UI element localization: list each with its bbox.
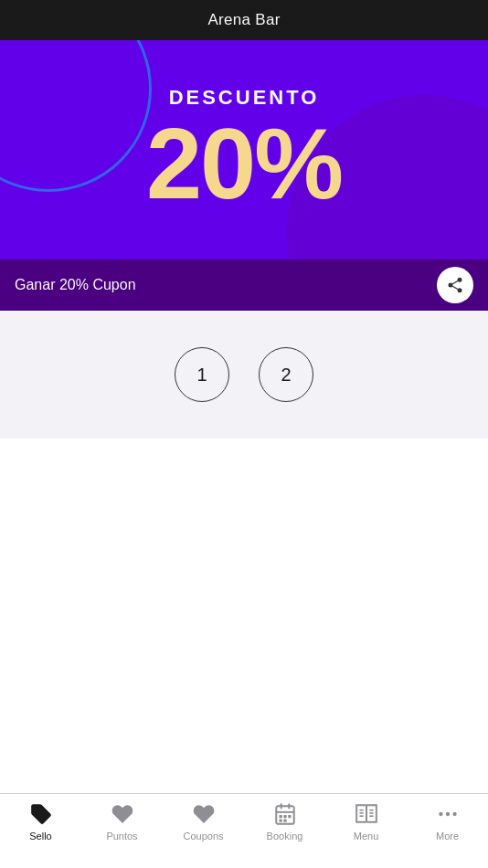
promo-banner: DESCUENTO 20% xyxy=(0,40,488,259)
tab-sello[interactable]: Sello xyxy=(14,801,69,842)
svg-point-1 xyxy=(449,283,453,288)
page-2-button[interactable]: 2 xyxy=(259,347,313,402)
tab-more[interactable]: More xyxy=(420,801,475,842)
svg-point-23 xyxy=(452,812,456,816)
pagination-area: 1 2 xyxy=(0,311,488,439)
coupon-bar: Ganar 20% Cupon xyxy=(0,259,488,311)
tab-sello-label: Sello xyxy=(29,831,51,842)
svg-point-21 xyxy=(439,812,442,816)
tab-bar: Sello Puntos Coupons xyxy=(0,793,488,868)
svg-line-3 xyxy=(452,286,458,289)
page-1-button[interactable]: 1 xyxy=(175,347,229,402)
sello-icon xyxy=(28,801,54,827)
svg-point-0 xyxy=(458,278,462,282)
tab-menu[interactable]: Menu xyxy=(339,801,394,842)
banner-percent-label: 20% xyxy=(146,113,342,214)
coupons-icon xyxy=(191,801,217,827)
svg-rect-10 xyxy=(279,815,281,818)
tab-booking-label: Booking xyxy=(267,831,303,842)
svg-rect-14 xyxy=(283,819,286,821)
svg-rect-13 xyxy=(279,819,281,821)
share-button[interactable] xyxy=(437,267,473,303)
booking-icon xyxy=(272,801,298,827)
svg-point-5 xyxy=(34,807,37,810)
svg-rect-11 xyxy=(283,815,286,818)
tab-booking[interactable]: Booking xyxy=(258,801,313,842)
tab-more-label: More xyxy=(436,831,459,842)
share-icon xyxy=(446,276,464,294)
coupon-text: Ganar 20% Cupon xyxy=(15,277,136,293)
menu-icon xyxy=(354,801,379,827)
tab-coupons-label: Coupons xyxy=(183,831,223,842)
tab-puntos-label: Puntos xyxy=(106,831,137,842)
svg-line-4 xyxy=(452,281,458,283)
app-title: Arena Bar xyxy=(207,11,280,29)
nav-bar: Arena Bar xyxy=(0,0,488,40)
tab-puntos[interactable]: Puntos xyxy=(95,801,150,842)
tab-coupons[interactable]: Coupons xyxy=(176,801,231,842)
svg-point-22 xyxy=(445,812,449,816)
svg-point-2 xyxy=(458,288,462,292)
tab-menu-label: Menu xyxy=(354,831,379,842)
more-icon xyxy=(435,801,461,827)
puntos-icon xyxy=(110,801,135,827)
svg-rect-12 xyxy=(288,815,291,818)
